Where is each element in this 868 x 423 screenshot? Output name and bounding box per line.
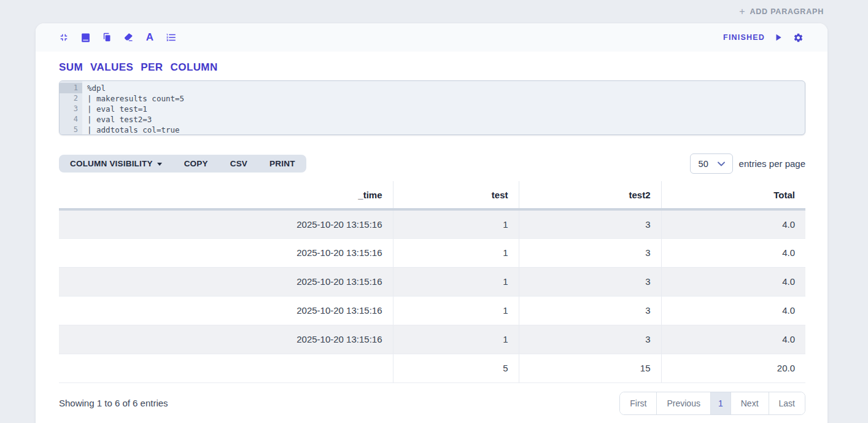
table-row: 2025-10-20 13:15:16 1 3 4.0 bbox=[59, 267, 805, 296]
gear-icon[interactable] bbox=[792, 31, 804, 44]
cell-test: 5 bbox=[393, 354, 519, 382]
pagination-first-button[interactable]: First bbox=[620, 392, 656, 414]
notebook-icon[interactable] bbox=[79, 31, 91, 44]
cell-test2: 3 bbox=[519, 296, 661, 325]
editor-gutter: 1 2 3 4 5 bbox=[60, 81, 82, 134]
pagination: First Previous 1 Next Last bbox=[619, 392, 805, 415]
page-size-select[interactable]: 50 bbox=[690, 153, 733, 174]
cell-total: 20.0 bbox=[661, 354, 805, 382]
code-line: | addtotals col=true bbox=[87, 125, 805, 135]
numbered-list-icon[interactable] bbox=[165, 31, 177, 44]
cell-time: 2025-10-20 13:15:16 bbox=[59, 296, 393, 325]
line-number: 2 bbox=[60, 93, 82, 104]
line-number: 5 bbox=[60, 125, 82, 135]
paragraph-card: A FINISHED SUM VALUES PER COLUMN 1 2 3 4 bbox=[36, 23, 827, 423]
font-icon[interactable]: A bbox=[144, 31, 156, 44]
cell-test2: 3 bbox=[519, 209, 661, 238]
table-row: 2025-10-20 13:15:16 1 3 4.0 bbox=[59, 238, 805, 267]
cell-test: 1 bbox=[393, 296, 519, 325]
editor-code: %dpl | makeresults count=5 | eval test=1… bbox=[82, 81, 805, 134]
column-header-test2[interactable]: test2 bbox=[519, 181, 661, 209]
run-icon[interactable] bbox=[772, 31, 785, 44]
print-button[interactable]: PRINT bbox=[258, 155, 306, 173]
cell-test: 1 bbox=[393, 325, 519, 354]
page-size-value: 50 bbox=[699, 159, 708, 169]
add-paragraph-button[interactable]: + ADD PARAGRAPH bbox=[739, 7, 824, 17]
chevron-down-icon bbox=[157, 163, 162, 166]
cell-test2: 3 bbox=[519, 325, 661, 354]
code-line: | makeresults count=5 bbox=[87, 93, 805, 104]
top-bar: + ADD PARAGRAPH bbox=[0, 0, 868, 23]
column-header-total[interactable]: Total bbox=[661, 181, 805, 209]
column-header-test[interactable]: test bbox=[393, 181, 519, 209]
table-totals-row: 5 15 20.0 bbox=[59, 354, 805, 382]
entries-per-page-label: entries per page bbox=[739, 158, 805, 169]
paragraph-toolbar: A FINISHED bbox=[36, 23, 827, 52]
table-row: 2025-10-20 13:15:16 1 3 4.0 bbox=[59, 296, 805, 325]
cell-total: 4.0 bbox=[661, 209, 805, 238]
column-header-time[interactable]: _time bbox=[59, 181, 393, 209]
duplicate-icon[interactable] bbox=[101, 31, 113, 44]
add-paragraph-label: ADD PARAGRAPH bbox=[750, 7, 824, 16]
column-visibility-button[interactable]: COLUMN VISIBILITY bbox=[59, 155, 173, 173]
code-line: %dpl bbox=[87, 83, 805, 93]
results-table: _time test test2 Total 2025-10-20 13:15:… bbox=[59, 181, 805, 383]
cell-total: 4.0 bbox=[661, 296, 805, 325]
code-line: | eval test=1 bbox=[87, 104, 805, 114]
cell-test: 1 bbox=[393, 209, 519, 238]
cell-test2: 3 bbox=[519, 267, 661, 296]
csv-button[interactable]: CSV bbox=[219, 155, 258, 173]
collapse-icon[interactable] bbox=[58, 31, 70, 44]
code-line: | eval test2=3 bbox=[87, 114, 805, 125]
table-header-row: _time test test2 Total bbox=[59, 181, 805, 209]
cell-time: 2025-10-20 13:15:16 bbox=[59, 238, 393, 267]
table-row: 2025-10-20 13:15:16 1 3 4.0 bbox=[59, 209, 805, 238]
eraser-icon[interactable] bbox=[122, 31, 134, 44]
code-editor[interactable]: 1 2 3 4 5 %dpl | makeresults count=5 | e… bbox=[59, 80, 805, 135]
pagination-previous-button[interactable]: Previous bbox=[656, 392, 710, 414]
cell-time: 2025-10-20 13:15:16 bbox=[59, 267, 393, 296]
cell-total: 4.0 bbox=[661, 238, 805, 267]
cell-total: 4.0 bbox=[661, 267, 805, 296]
pagination-last-button[interactable]: Last bbox=[769, 392, 805, 414]
pagination-next-button[interactable]: Next bbox=[730, 392, 769, 414]
copy-button[interactable]: COPY bbox=[173, 155, 219, 173]
pagination-page-1-button[interactable]: 1 bbox=[710, 392, 730, 414]
cell-total: 4.0 bbox=[661, 325, 805, 354]
cell-test2: 3 bbox=[519, 238, 661, 267]
cell-test2: 15 bbox=[519, 354, 661, 382]
cell-test: 1 bbox=[393, 238, 519, 267]
table-row: 2025-10-20 13:15:16 1 3 4.0 bbox=[59, 325, 805, 354]
table-buttons-group: COLUMN VISIBILITY COPY CSV PRINT bbox=[59, 155, 306, 173]
line-number: 3 bbox=[60, 104, 82, 114]
cell-test: 1 bbox=[393, 267, 519, 296]
cell-time bbox=[59, 354, 393, 382]
line-number: 1 bbox=[60, 83, 82, 93]
cell-time: 2025-10-20 13:15:16 bbox=[59, 209, 393, 238]
column-visibility-label: COLUMN VISIBILITY bbox=[70, 159, 153, 168]
status-badge: FINISHED bbox=[723, 33, 765, 42]
showing-entries-text: Showing 1 to 6 of 6 entries bbox=[59, 398, 168, 408]
cell-time: 2025-10-20 13:15:16 bbox=[59, 325, 393, 354]
plus-icon: + bbox=[739, 7, 745, 17]
chevron-down-icon bbox=[718, 161, 725, 166]
line-number: 4 bbox=[60, 114, 82, 125]
page-title: SUM VALUES PER COLUMN bbox=[59, 61, 805, 74]
